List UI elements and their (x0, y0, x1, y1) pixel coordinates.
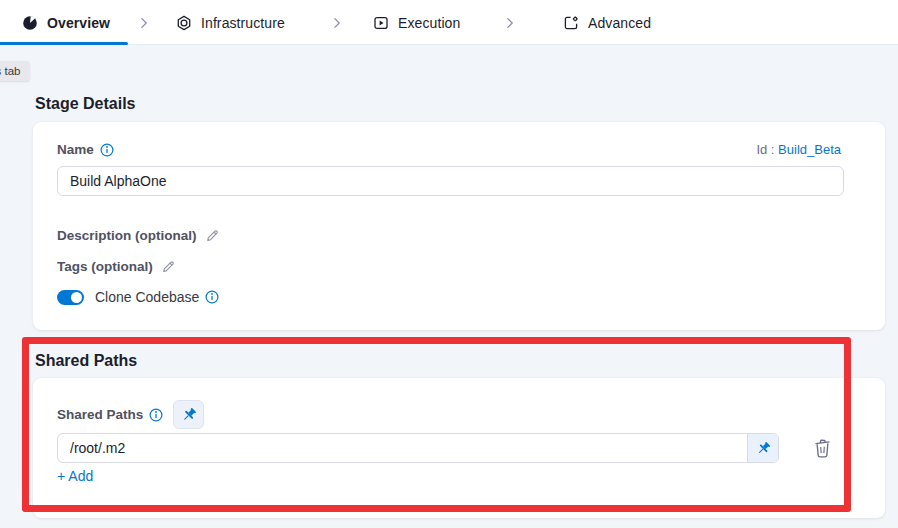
stage-id: Id : Build_Beta (756, 142, 841, 157)
shared-paths-heading: Shared Paths (35, 352, 137, 370)
infrastructure-icon (176, 15, 192, 31)
pin-icon (181, 407, 197, 423)
stage-config-screen: Overview Infrastructure (0, 0, 898, 528)
tab-tooltip: is tab (0, 61, 30, 81)
tab-label: Advanced (588, 15, 651, 31)
tab-execution[interactable]: Execution (373, 0, 460, 45)
clone-codebase-toggle[interactable] (57, 290, 84, 305)
overview-icon (22, 15, 38, 31)
tab-label: Overview (47, 15, 110, 31)
tab-infrastructure[interactable]: Infrastructure (176, 0, 285, 45)
tab-label: Execution (398, 15, 460, 31)
stage-details-heading: Stage Details (35, 95, 135, 113)
execution-icon (373, 15, 389, 31)
id-label: Id : (756, 142, 774, 157)
chevron-right-icon (330, 0, 344, 45)
stage-tabs-bar: Overview Infrastructure (0, 0, 898, 45)
stage-name-input[interactable] (57, 166, 844, 196)
input-type-selector-button[interactable] (747, 434, 778, 462)
chevron-right-icon (503, 0, 517, 45)
add-path-link[interactable]: + Add (57, 468, 93, 484)
edit-pencil-icon[interactable] (205, 228, 220, 243)
tab-overview[interactable]: Overview (22, 0, 110, 45)
name-label: Name (57, 142, 94, 157)
shared-paths-card: Shared Paths (33, 378, 885, 518)
trash-icon (813, 438, 832, 459)
tags-label: Tags (optional) (57, 259, 153, 274)
info-icon[interactable] (100, 143, 114, 157)
input-type-selector-button[interactable] (173, 400, 204, 429)
tab-label: Infrastructure (201, 15, 285, 31)
info-icon[interactable] (149, 408, 163, 422)
name-label-row: Name (57, 142, 114, 157)
shared-paths-label-row: Shared Paths (57, 407, 163, 422)
clone-codebase-label: Clone Codebase (95, 289, 199, 305)
info-icon[interactable] (205, 290, 219, 304)
stage-details-card: Name Id : Build_Beta Description (option… (33, 122, 885, 330)
chevron-right-icon (137, 0, 151, 45)
advanced-icon (563, 15, 579, 31)
active-tab-underline (0, 42, 128, 45)
edit-pencil-icon[interactable] (161, 259, 176, 274)
toggle-knob (71, 292, 82, 303)
delete-path-button[interactable] (810, 436, 834, 460)
tab-advanced[interactable]: Advanced (563, 0, 651, 45)
id-value-link[interactable]: Build_Beta (778, 142, 841, 157)
shared-path-row (57, 433, 834, 463)
description-label: Description (optional) (57, 228, 197, 243)
pin-icon (756, 441, 771, 456)
shared-path-input[interactable] (57, 433, 779, 463)
shared-paths-label: Shared Paths (57, 407, 143, 422)
